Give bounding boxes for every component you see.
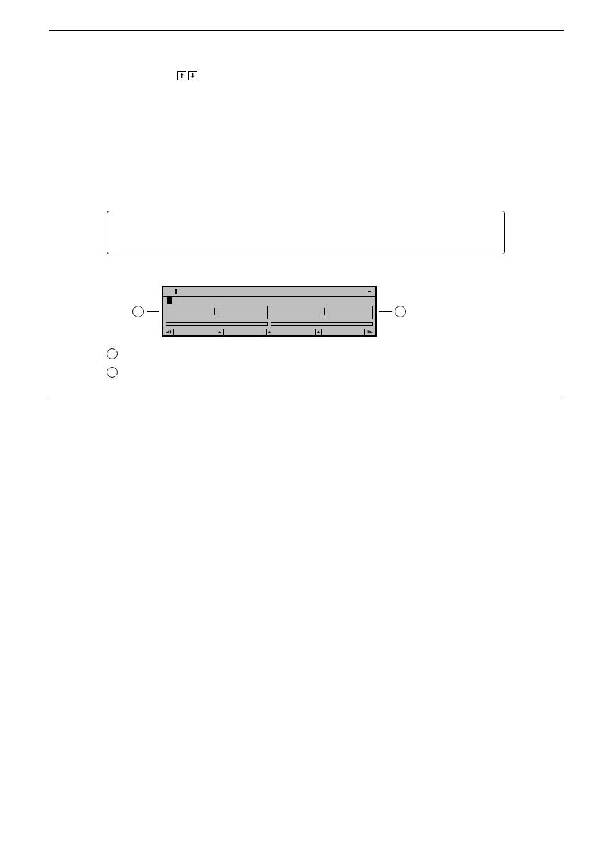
db25-pin-diagram xyxy=(49,50,145,198)
lcd-timecode xyxy=(368,291,371,292)
step-1 xyxy=(94,266,564,279)
lcd-output-functions xyxy=(271,322,373,326)
lcd-input-header xyxy=(214,308,220,315)
lcd-input-functions xyxy=(166,322,268,326)
lcd-tab-bar: ◀▮ ▲ ▲ ▲ ▮▶ xyxy=(163,328,375,335)
lcd-tab xyxy=(173,329,217,335)
input-section-head xyxy=(107,348,564,362)
lcd-input-box xyxy=(166,306,268,319)
output-section-head xyxy=(107,367,564,380)
lcd-tab xyxy=(321,329,365,335)
rising-edge-icon: ⬆ xyxy=(177,71,186,80)
lcd-output-box xyxy=(271,306,373,319)
callout-1-leader xyxy=(147,311,159,312)
callout-2 xyxy=(395,306,406,317)
falling-edge-icon: ⬇ xyxy=(188,71,197,80)
lcd-tab xyxy=(223,329,267,335)
lcd-status xyxy=(175,289,177,294)
lcd-page-label xyxy=(167,297,172,304)
footer-rule xyxy=(49,396,564,396)
external-circuit-diagram xyxy=(107,211,505,254)
lcd-tab xyxy=(272,329,315,335)
lcd-screen: ◀▮ ▲ ▲ ▲ ▮▶ xyxy=(162,286,377,337)
header-rule xyxy=(49,30,564,31)
callout-2-leader xyxy=(379,311,392,312)
callout-1 xyxy=(132,306,144,317)
diagram-caption: ⬆ ⬇ xyxy=(177,69,197,81)
lcd-output-header xyxy=(319,308,325,315)
